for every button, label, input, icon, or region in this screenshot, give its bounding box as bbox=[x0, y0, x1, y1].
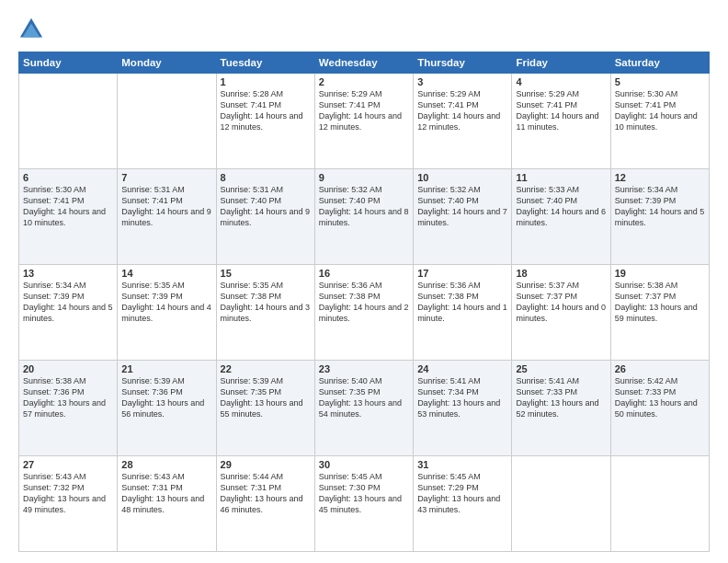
day-number: 23 bbox=[319, 363, 409, 374]
day-number: 8 bbox=[221, 172, 311, 183]
calendar-cell: 10Sunrise: 5:32 AM Sunset: 7:40 PM Dayli… bbox=[414, 169, 512, 265]
calendar-cell bbox=[19, 74, 118, 169]
day-info: Sunrise: 5:39 AM Sunset: 7:36 PM Dayligh… bbox=[121, 375, 211, 420]
day-info: Sunrise: 5:34 AM Sunset: 7:39 PM Dayligh… bbox=[23, 280, 113, 325]
page-header bbox=[18, 17, 710, 42]
day-info: Sunrise: 5:38 AM Sunset: 7:36 PM Dayligh… bbox=[23, 375, 113, 420]
day-number: 16 bbox=[319, 268, 409, 279]
day-info: Sunrise: 5:36 AM Sunset: 7:38 PM Dayligh… bbox=[319, 280, 409, 325]
day-info: Sunrise: 5:38 AM Sunset: 7:37 PM Dayligh… bbox=[615, 280, 705, 325]
calendar-cell: 5Sunrise: 5:30 AM Sunset: 7:41 PM Daylig… bbox=[610, 74, 709, 169]
calendar-cell: 12Sunrise: 5:34 AM Sunset: 7:39 PM Dayli… bbox=[610, 169, 709, 265]
calendar-week-2: 6Sunrise: 5:30 AM Sunset: 7:41 PM Daylig… bbox=[19, 169, 710, 265]
day-info: Sunrise: 5:39 AM Sunset: 7:35 PM Dayligh… bbox=[221, 375, 311, 420]
day-info: Sunrise: 5:29 AM Sunset: 7:41 PM Dayligh… bbox=[417, 88, 507, 133]
calendar-cell: 18Sunrise: 5:37 AM Sunset: 7:37 PM Dayli… bbox=[512, 265, 610, 361]
day-info: Sunrise: 5:43 AM Sunset: 7:31 PM Dayligh… bbox=[121, 471, 211, 516]
day-number: 6 bbox=[23, 172, 113, 183]
calendar-cell: 14Sunrise: 5:35 AM Sunset: 7:39 PM Dayli… bbox=[118, 265, 216, 361]
calendar-cell: 6Sunrise: 5:30 AM Sunset: 7:41 PM Daylig… bbox=[19, 169, 118, 265]
calendar-cell: 28Sunrise: 5:43 AM Sunset: 7:31 PM Dayli… bbox=[118, 456, 216, 552]
day-number: 7 bbox=[121, 172, 211, 183]
day-number: 5 bbox=[615, 76, 705, 87]
day-number: 2 bbox=[319, 76, 409, 87]
calendar-week-4: 20Sunrise: 5:38 AM Sunset: 7:36 PM Dayli… bbox=[19, 361, 710, 456]
day-info: Sunrise: 5:32 AM Sunset: 7:40 PM Dayligh… bbox=[417, 184, 507, 229]
day-number: 22 bbox=[221, 363, 311, 374]
calendar-cell: 27Sunrise: 5:43 AM Sunset: 7:32 PM Dayli… bbox=[19, 456, 118, 552]
day-number: 17 bbox=[417, 268, 507, 279]
calendar-cell: 21Sunrise: 5:39 AM Sunset: 7:36 PM Dayli… bbox=[118, 361, 216, 456]
day-number: 4 bbox=[516, 76, 606, 87]
weekday-header-row: SundayMondayTuesdayWednesdayThursdayFrid… bbox=[19, 52, 710, 74]
day-info: Sunrise: 5:30 AM Sunset: 7:41 PM Dayligh… bbox=[23, 184, 113, 229]
day-info: Sunrise: 5:42 AM Sunset: 7:33 PM Dayligh… bbox=[615, 375, 705, 420]
day-info: Sunrise: 5:30 AM Sunset: 7:41 PM Dayligh… bbox=[615, 88, 705, 133]
day-info: Sunrise: 5:35 AM Sunset: 7:38 PM Dayligh… bbox=[221, 280, 311, 325]
day-info: Sunrise: 5:40 AM Sunset: 7:35 PM Dayligh… bbox=[319, 375, 409, 420]
day-info: Sunrise: 5:28 AM Sunset: 7:41 PM Dayligh… bbox=[221, 88, 311, 133]
day-info: Sunrise: 5:32 AM Sunset: 7:40 PM Dayligh… bbox=[319, 184, 409, 229]
calendar-cell: 13Sunrise: 5:34 AM Sunset: 7:39 PM Dayli… bbox=[19, 265, 118, 361]
logo bbox=[18, 17, 48, 42]
day-number: 24 bbox=[417, 363, 507, 374]
weekday-header-monday: Monday bbox=[118, 52, 216, 74]
day-number: 3 bbox=[417, 76, 507, 87]
weekday-header-sunday: Sunday bbox=[19, 52, 118, 74]
calendar-cell: 31Sunrise: 5:45 AM Sunset: 7:29 PM Dayli… bbox=[414, 456, 512, 552]
day-info: Sunrise: 5:36 AM Sunset: 7:38 PM Dayligh… bbox=[417, 280, 507, 325]
calendar-cell: 25Sunrise: 5:41 AM Sunset: 7:33 PM Dayli… bbox=[512, 361, 610, 456]
calendar-cell: 9Sunrise: 5:32 AM Sunset: 7:40 PM Daylig… bbox=[314, 169, 413, 265]
calendar-cell: 1Sunrise: 5:28 AM Sunset: 7:41 PM Daylig… bbox=[216, 74, 314, 169]
calendar-week-3: 13Sunrise: 5:34 AM Sunset: 7:39 PM Dayli… bbox=[19, 265, 710, 361]
day-info: Sunrise: 5:29 AM Sunset: 7:41 PM Dayligh… bbox=[516, 88, 606, 133]
calendar-cell: 23Sunrise: 5:40 AM Sunset: 7:35 PM Dayli… bbox=[314, 361, 413, 456]
day-number: 26 bbox=[615, 363, 705, 374]
calendar-cell: 26Sunrise: 5:42 AM Sunset: 7:33 PM Dayli… bbox=[610, 361, 709, 456]
day-info: Sunrise: 5:45 AM Sunset: 7:29 PM Dayligh… bbox=[417, 471, 507, 516]
day-number: 29 bbox=[221, 459, 311, 470]
day-info: Sunrise: 5:41 AM Sunset: 7:34 PM Dayligh… bbox=[417, 375, 507, 420]
weekday-header-wednesday: Wednesday bbox=[314, 52, 413, 74]
calendar-cell: 2Sunrise: 5:29 AM Sunset: 7:41 PM Daylig… bbox=[314, 74, 413, 169]
day-info: Sunrise: 5:41 AM Sunset: 7:33 PM Dayligh… bbox=[516, 375, 606, 420]
day-number: 12 bbox=[615, 172, 705, 183]
day-info: Sunrise: 5:31 AM Sunset: 7:41 PM Dayligh… bbox=[121, 184, 211, 229]
calendar-cell: 16Sunrise: 5:36 AM Sunset: 7:38 PM Dayli… bbox=[314, 265, 413, 361]
calendar-cell: 22Sunrise: 5:39 AM Sunset: 7:35 PM Dayli… bbox=[216, 361, 314, 456]
calendar-cell: 3Sunrise: 5:29 AM Sunset: 7:41 PM Daylig… bbox=[414, 74, 512, 169]
day-number: 15 bbox=[221, 268, 311, 279]
day-number: 21 bbox=[121, 363, 211, 374]
day-info: Sunrise: 5:43 AM Sunset: 7:32 PM Dayligh… bbox=[23, 471, 113, 516]
calendar-cell: 19Sunrise: 5:38 AM Sunset: 7:37 PM Dayli… bbox=[610, 265, 709, 361]
day-info: Sunrise: 5:33 AM Sunset: 7:40 PM Dayligh… bbox=[516, 184, 606, 229]
calendar-cell bbox=[512, 456, 610, 552]
calendar-cell: 30Sunrise: 5:45 AM Sunset: 7:30 PM Dayli… bbox=[314, 456, 413, 552]
day-number: 19 bbox=[615, 268, 705, 279]
day-number: 18 bbox=[516, 268, 606, 279]
calendar-cell: 7Sunrise: 5:31 AM Sunset: 7:41 PM Daylig… bbox=[118, 169, 216, 265]
weekday-header-tuesday: Tuesday bbox=[216, 52, 314, 74]
day-info: Sunrise: 5:35 AM Sunset: 7:39 PM Dayligh… bbox=[121, 280, 211, 325]
day-number: 13 bbox=[23, 268, 113, 279]
calendar-cell: 11Sunrise: 5:33 AM Sunset: 7:40 PM Dayli… bbox=[512, 169, 610, 265]
day-number: 31 bbox=[417, 459, 507, 470]
calendar-cell: 8Sunrise: 5:31 AM Sunset: 7:40 PM Daylig… bbox=[216, 169, 314, 265]
calendar-table: SundayMondayTuesdayWednesdayThursdayFrid… bbox=[18, 52, 710, 552]
calendar-cell bbox=[610, 456, 709, 552]
calendar-cell: 29Sunrise: 5:44 AM Sunset: 7:31 PM Dayli… bbox=[216, 456, 314, 552]
calendar-week-1: 1Sunrise: 5:28 AM Sunset: 7:41 PM Daylig… bbox=[19, 74, 710, 169]
day-number: 30 bbox=[319, 459, 409, 470]
day-number: 27 bbox=[23, 459, 113, 470]
day-info: Sunrise: 5:31 AM Sunset: 7:40 PM Dayligh… bbox=[221, 184, 311, 229]
calendar-week-5: 27Sunrise: 5:43 AM Sunset: 7:32 PM Dayli… bbox=[19, 456, 710, 552]
day-info: Sunrise: 5:29 AM Sunset: 7:41 PM Dayligh… bbox=[319, 88, 409, 133]
calendar-cell: 4Sunrise: 5:29 AM Sunset: 7:41 PM Daylig… bbox=[512, 74, 610, 169]
day-info: Sunrise: 5:37 AM Sunset: 7:37 PM Dayligh… bbox=[516, 280, 606, 325]
calendar-cell: 15Sunrise: 5:35 AM Sunset: 7:38 PM Dayli… bbox=[216, 265, 314, 361]
day-number: 14 bbox=[121, 268, 211, 279]
day-info: Sunrise: 5:45 AM Sunset: 7:30 PM Dayligh… bbox=[319, 471, 409, 516]
day-info: Sunrise: 5:44 AM Sunset: 7:31 PM Dayligh… bbox=[221, 471, 311, 516]
day-number: 20 bbox=[23, 363, 113, 374]
day-number: 10 bbox=[417, 172, 507, 183]
